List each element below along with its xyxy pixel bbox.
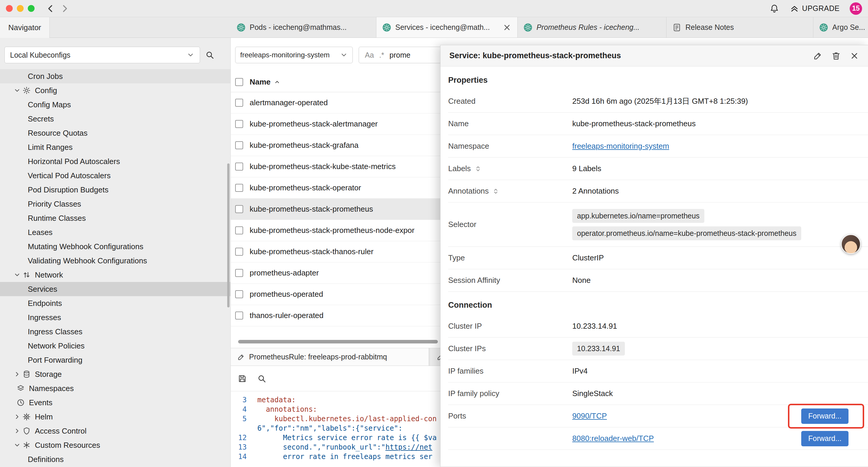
service-name: kube-prometheus-stack-kube-state-metrics [250, 162, 396, 171]
expand-toggle-icon[interactable] [474, 165, 482, 172]
upgrade-button[interactable]: UPGRADE [790, 4, 840, 13]
chevron-down-icon[interactable] [12, 271, 23, 279]
user-avatar[interactable] [841, 234, 861, 254]
cluster-icon [382, 23, 391, 32]
horizontal-scrollbar[interactable] [238, 340, 438, 344]
tab-services-icecheng-math[interactable]: Services - icecheng@math... [376, 17, 518, 37]
detail-row-cluster-ips: Cluster IPs10.233.14.91 [448, 338, 868, 360]
namespace-selector[interactable]: freeleaps-monitoring-system [235, 47, 353, 63]
row-checkbox[interactable] [235, 120, 243, 128]
sidebar-item-events[interactable]: Events [0, 396, 230, 410]
sidebar-item-endpoints[interactable]: Endpoints [0, 296, 230, 310]
sidebar-item-label: Port Forwarding [28, 356, 83, 365]
port-link[interactable]: 8080:reloader-web/TCP [572, 434, 654, 443]
select-all-checkbox[interactable] [235, 78, 243, 86]
sidebar-item-leases[interactable]: Leases [0, 225, 230, 239]
minimize-window-button[interactable] [17, 5, 24, 12]
sidebar-item-services[interactable]: Services [0, 282, 230, 296]
row-checkbox[interactable] [235, 163, 243, 171]
sidebar-item-label: Namespaces [29, 384, 74, 393]
sidebar-item-validating-webhook-configurations[interactable]: Validating Webhook Configurations [0, 254, 230, 268]
titlebar: UPGRADE 15 [0, 0, 868, 17]
sidebar-item-ingress-classes[interactable]: Ingress Classes [0, 324, 230, 339]
port-forward-button[interactable]: Forward... [801, 408, 848, 424]
detail-row-cluster-ip: Cluster IP10.233.14.91 [448, 315, 868, 338]
sidebar-item-custom-resources[interactable]: Custom Resources [0, 438, 230, 452]
sidebar-item-namespaces[interactable]: Namespaces [0, 381, 230, 396]
line-number [231, 424, 257, 433]
chevron-right-icon[interactable] [12, 428, 23, 435]
row-checkbox[interactable] [235, 290, 243, 298]
close-icon[interactable] [850, 51, 859, 61]
regex-toggle[interactable]: .* [379, 51, 384, 59]
row-checkbox[interactable] [235, 248, 243, 256]
sidebar-item-mutating-webhook-configurations[interactable]: Mutating Webhook Configurations [0, 239, 230, 254]
sidebar-item-pod-disruption-budgets[interactable]: Pod Disruption Budgets [0, 183, 230, 197]
sidebar-item-port-forwarding[interactable]: Port Forwarding [0, 353, 230, 367]
sidebar-item-label: Limit Ranges [28, 143, 73, 152]
chevron-right-icon[interactable] [12, 413, 23, 420]
row-checkbox[interactable] [235, 184, 243, 192]
close-window-button[interactable] [6, 5, 13, 12]
tab-pods-icecheng-mathmas[interactable]: Pods - icecheng@mathmas... [231, 17, 376, 37]
detail-row-value: 10.233.14.91 [572, 322, 860, 331]
row-checkbox[interactable] [235, 99, 243, 107]
sidebar-item-helm[interactable]: Helm [0, 410, 230, 424]
navigator-panel-tab[interactable]: Navigator [0, 17, 50, 38]
service-name: kube-prometheus-stack-thanos-ruler [250, 247, 373, 256]
row-checkbox[interactable] [235, 269, 243, 277]
navigator-strip: Navigator [0, 17, 231, 37]
back-icon[interactable] [46, 4, 55, 13]
sidebar-item-network[interactable]: Network [0, 268, 230, 282]
delete-trash-icon[interactable] [831, 51, 841, 61]
expand-toggle-icon[interactable] [492, 188, 499, 195]
sidebar-item-config-maps[interactable]: Config Maps [0, 97, 230, 112]
row-checkbox[interactable] [235, 312, 243, 320]
sidebar-item-horizontal-pod-autoscalers[interactable]: Horizontal Pod Autoscalers [0, 154, 230, 169]
chevron-right-icon[interactable] [12, 371, 23, 378]
search-icon[interactable] [205, 51, 214, 59]
sidebar-item-limit-ranges[interactable]: Limit Ranges [0, 140, 230, 154]
chevron-down-icon[interactable] [12, 87, 23, 94]
zoom-window-button[interactable] [28, 5, 35, 12]
sidebar-item-ingresses[interactable]: Ingresses [0, 310, 230, 324]
forward-icon[interactable] [60, 4, 69, 13]
sidebar-item-network-policies[interactable]: Network Policies [0, 339, 230, 353]
edit-pencil-icon[interactable] [813, 51, 823, 61]
sidebar-item-vertical-pod-autoscalers[interactable]: Vertical Pod Autoscalers [0, 169, 230, 183]
dock-tab-prometheusrule[interactable]: PrometheusRule: freeleaps-prod-rabbitmq [231, 348, 429, 366]
sidebar-item-priority-classes[interactable]: Priority Classes [0, 197, 230, 211]
sidebar-scrollbar[interactable] [227, 164, 229, 308]
sidebar-item-label: Config Maps [28, 100, 71, 109]
sidebar-item-resource-quotas[interactable]: Resource Quotas [0, 126, 230, 140]
tab-release-notes[interactable]: Release Notes [666, 17, 813, 37]
sidebar-item-storage[interactable]: Storage [0, 367, 230, 381]
chevron-down-icon[interactable] [12, 442, 23, 449]
sidebar-item-runtime-classes[interactable]: Runtime Classes [0, 211, 230, 225]
row-checkbox[interactable] [235, 141, 243, 149]
sidebar-item-config[interactable]: Config [0, 83, 230, 97]
notifications-bell-icon[interactable] [770, 4, 779, 13]
sidebar-item-cron-jobs[interactable]: Cron Jobs [0, 69, 230, 83]
sidebar-item-definitions[interactable]: Definitions [0, 452, 230, 466]
namespace-link[interactable]: freeleaps-monitoring-system [572, 142, 669, 151]
row-checkbox[interactable] [235, 205, 243, 213]
sidebar-item-secrets[interactable]: Secrets [0, 112, 230, 126]
search-icon[interactable] [257, 374, 266, 383]
line-number: 12 [231, 433, 257, 442]
notification-count-badge[interactable]: 15 [850, 2, 862, 15]
sidebar-item-label: Resource Quotas [28, 128, 88, 138]
tab-argo-se[interactable]: Argo Se... [813, 17, 868, 37]
save-icon[interactable] [238, 374, 247, 383]
close-icon[interactable] [502, 23, 512, 32]
tab-prometheus-rules-icecheng[interactable]: Prometheus Rules - icecheng... [518, 17, 666, 37]
port-forward-button[interactable]: Forward... [801, 431, 848, 446]
kubeconfig-selector[interactable]: Local Kubeconfigs [4, 47, 200, 63]
sort-ascending-icon[interactable] [274, 79, 281, 86]
column-header-name[interactable]: Name [250, 78, 271, 87]
match-case-toggle[interactable]: Aa [365, 51, 374, 59]
port-link[interactable]: 9090/TCP [572, 411, 607, 420]
asterisk-icon [23, 441, 35, 449]
row-checkbox[interactable] [235, 226, 243, 234]
sidebar-item-access-control[interactable]: Access Control [0, 424, 230, 438]
